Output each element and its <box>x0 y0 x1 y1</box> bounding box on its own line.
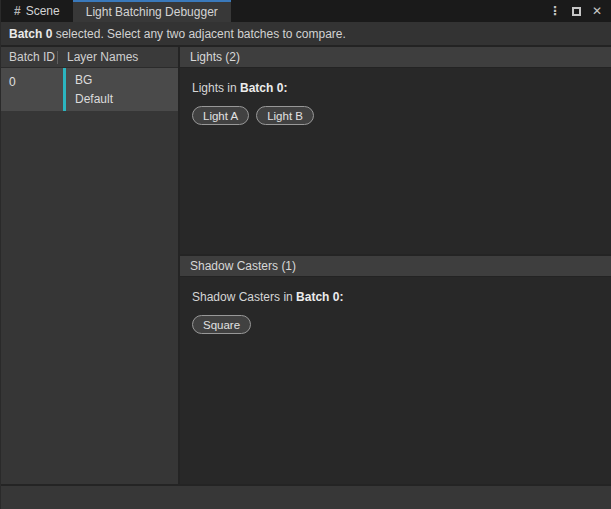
kebab-menu-icon[interactable]: ⋮ <box>549 5 561 17</box>
shadow-casters-section: Shadow Casters (1) Shadow Casters in Bat… <box>180 256 611 484</box>
main-split: Batch ID Layer Names 0 BG Default Lights… <box>1 47 611 484</box>
shadow-casters-section-title: Shadow Casters (1) <box>190 259 296 273</box>
shadow-caster-chip-square[interactable]: Square <box>192 315 251 334</box>
tab-scene-label: Scene <box>26 4 60 18</box>
maximize-box-glyph <box>572 7 581 16</box>
tab-scene[interactable]: # Scene <box>1 0 73 22</box>
status-selected-batch: Batch 0 <box>9 27 52 41</box>
close-icon[interactable]: ✕ <box>592 5 602 17</box>
lights-label-prefix: Lights in <box>192 81 240 95</box>
lights-label-batch: Batch 0: <box>240 81 287 95</box>
shadow-label-prefix: Shadow Casters in <box>192 290 296 304</box>
batch-list-header-row: Batch ID Layer Names <box>1 47 178 68</box>
shadow-casters-section-header: Shadow Casters (1) <box>180 256 611 277</box>
column-header-batch-id: Batch ID <box>1 50 57 64</box>
lights-section-title: Lights (2) <box>190 50 240 64</box>
shadow-label-batch: Batch 0: <box>296 290 343 304</box>
lights-section-header: Lights (2) <box>180 47 611 68</box>
layer-name-default: Default <box>75 92 113 106</box>
shadow-casters-in-batch-label: Shadow Casters in Batch 0: <box>192 290 599 304</box>
lights-in-batch-label: Lights in Batch 0: <box>192 81 599 95</box>
scene-grid-icon: # <box>14 4 20 18</box>
bottom-bar <box>1 484 611 509</box>
lights-section-content: Lights in Batch 0: Light A Light B <box>180 68 611 138</box>
window-controls: ⋮ ✕ <box>549 0 611 22</box>
status-message: selected. Select any two adjacent batche… <box>52 27 346 41</box>
lights-chip-list: Light A Light B <box>192 106 599 125</box>
light-chip-b[interactable]: Light B <box>256 106 314 125</box>
maximize-icon[interactable] <box>572 7 581 16</box>
light-chip-a[interactable]: Light A <box>192 106 249 125</box>
batch-list-empty-area <box>1 111 178 484</box>
status-bar: Batch 0 selected. Select any two adjacen… <box>1 22 611 47</box>
layer-names-cell: BG Default <box>66 68 113 111</box>
tab-light-batching-debugger-label: Light Batching Debugger <box>86 5 218 19</box>
light-batching-debugger-window: # Scene Light Batching Debugger ⋮ ✕ Batc… <box>0 0 611 509</box>
lights-section: Lights (2) Lights in Batch 0: Light A Li… <box>180 47 611 256</box>
shadow-caster-chip-list: Square <box>192 315 599 334</box>
batch-list-panel: Batch ID Layer Names 0 BG Default <box>1 47 180 484</box>
column-header-layer-names: Layer Names <box>58 50 138 64</box>
details-panel: Lights (2) Lights in Batch 0: Light A Li… <box>180 47 611 484</box>
batch-id-cell: 0 <box>1 68 63 111</box>
tab-bar: # Scene Light Batching Debugger ⋮ ✕ <box>1 0 611 22</box>
shadow-casters-section-content: Shadow Casters in Batch 0: Square <box>180 277 611 347</box>
tab-light-batching-debugger[interactable]: Light Batching Debugger <box>73 0 231 22</box>
batch-row-0-selected[interactable]: 0 BG Default <box>1 68 178 111</box>
layer-name-bg: BG <box>75 73 92 87</box>
